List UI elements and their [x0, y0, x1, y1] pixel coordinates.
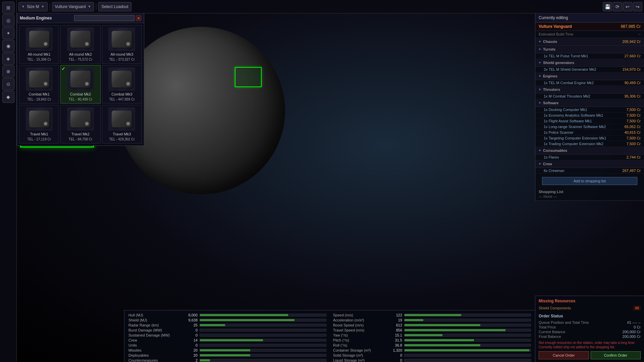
section-item-4-0: 1x M Combat Thrusters Mk295,306 Cr: [535, 94, 644, 99]
section-expand-icon-7[interactable]: +: [539, 162, 541, 166]
section-shield-generators[interactable]: +Shield generators: [535, 59, 644, 67]
stat-bar-container-2: [200, 324, 326, 326]
order-status-title: Order Status: [539, 314, 641, 318]
sidebar-icon-4[interactable]: ◈: [2, 53, 14, 65]
stat-bar-1: [200, 319, 294, 321]
item-cost-3-0: 90,499 Cr: [625, 81, 641, 85]
stat-row-1: Shield (MJ)9,638: [128, 318, 326, 322]
stat-label-8: Solid Storage (m³): [333, 353, 387, 357]
section-item-5-3: 1x Long-range Scanner Software Mk265,052…: [535, 124, 644, 130]
stat-label-8: Deployables: [128, 353, 182, 357]
bottom-stats-panel: Hull (MJ)8,000Shield (MJ)9,638Radar Rang…: [124, 310, 535, 362]
item-cost-6-0: 2,744 Cr: [627, 155, 641, 159]
section-chassis[interactable]: +Chassis205,942 Cr: [535, 38, 644, 46]
engine-item-allround1[interactable]: All-round Mk1TEL - 15,396 Cr: [19, 25, 59, 64]
engine-price-allround1: TEL - 15,396 Cr: [27, 58, 51, 61]
engine-grid: All-round Mk1TEL - 15,396 CrAll-round Mk…: [17, 23, 144, 145]
item-name-4-0: 1x M Combat Thrusters Mk2: [544, 94, 625, 98]
sidebar-icon-1[interactable]: ◎: [2, 14, 14, 26]
engine-panel-close-button[interactable]: ✕: [136, 15, 141, 21]
section-thrusters[interactable]: +Thrusters: [535, 86, 644, 94]
engine-price-travel3: TEL - 429,302 Cr: [109, 137, 135, 141]
stat-bar-2: [200, 324, 225, 326]
cancel-order-button[interactable]: Cancel Order: [539, 351, 589, 359]
stat-bar-5: [405, 339, 474, 341]
sidebar-icon-0[interactable]: ⊞: [2, 2, 14, 14]
section-consumables[interactable]: +Consumables: [535, 147, 644, 155]
section-expand-icon-6[interactable]: +: [539, 148, 541, 153]
estimated-build-time-row: Estimated Build Time --: [535, 31, 644, 38]
loadout-label: Select Loadout: [101, 4, 128, 9]
sidebar-icon-7[interactable]: ◆: [2, 91, 14, 103]
stat-bar-container-3: [404, 329, 531, 331]
engine-icon-combat1: [26, 67, 53, 91]
engine-item-allround2[interactable]: All-round Mk2TEL - 75,572 Cr: [60, 25, 100, 64]
sidebar-icon-2[interactable]: ✦: [2, 27, 14, 39]
item-name-2-0: 2x TEL M Shield Generator Mk2: [544, 67, 623, 71]
engine-item-travel2[interactable]: Travel Mk2TEL - 84,758 Cr: [60, 105, 100, 143]
engine-price-combat1: TEL - 18,842 Cr: [27, 98, 51, 101]
sidebar-icon-3[interactable]: ◉: [2, 40, 14, 52]
section-turrets[interactable]: +Turrets: [535, 46, 644, 53]
item-cost-4-0: 95,306 Cr: [625, 94, 641, 98]
redo-button[interactable]: ↪: [633, 2, 642, 11]
engine-icon-travel2: [67, 107, 94, 131]
section-label-7: Crew: [543, 162, 641, 166]
category-dropdown[interactable]: ▼ Size M ▼: [18, 2, 48, 11]
engine-item-combat3[interactable]: Combat Mk3TEL - 447,959 Cr: [102, 65, 142, 104]
section-expand-icon-0[interactable]: +: [539, 39, 541, 44]
section-software[interactable]: +Software: [535, 99, 644, 107]
missing-item-name-0: Shield Components: [539, 306, 571, 310]
section-label-0: Chassis: [543, 40, 623, 44]
sidebar-icon-6[interactable]: ⊙: [2, 78, 14, 90]
stat-bar-0: [200, 314, 288, 316]
engine-price-allround2: TEL - 75,572 Cr: [69, 58, 93, 61]
add-to-shopping-list-button[interactable]: Add to shopping list: [542, 177, 637, 185]
stat-row-5: Pitch (°/s)31.5: [333, 338, 531, 342]
shopping-list-none: — None —: [539, 194, 641, 199]
size-label: Size M: [27, 4, 39, 9]
section-label-3: Engines: [543, 74, 641, 78]
stat-label-1: Shield (MJ): [128, 318, 182, 322]
undo-button[interactable]: ↩: [623, 2, 632, 11]
ship-name-dropdown[interactable]: Vulture Vanguard ▼: [52, 2, 94, 11]
reload-button[interactable]: ⟳: [613, 2, 622, 11]
section-expand-icon-5[interactable]: +: [539, 101, 541, 105]
section-expand-icon-1[interactable]: +: [539, 47, 541, 52]
section-expand-icon-2[interactable]: +: [539, 60, 541, 65]
section-expand-icon-3[interactable]: +: [539, 74, 541, 78]
section-label-2: Shield generators: [543, 61, 641, 65]
engine-item-allround3[interactable]: All-round Mk3TEL - 373,327 Cr: [102, 25, 142, 64]
stats-right-column: Speed (m/s)122Acceleration (m/s²)19Boost…: [333, 313, 531, 362]
total-price-row: Total Price 0 Cr: [539, 325, 641, 329]
stat-row-6: Roll (°/s)36.8: [333, 343, 531, 347]
stat-value-1: 9,638: [184, 318, 198, 322]
section-expand-icon-4[interactable]: +: [539, 87, 541, 92]
queue-value: #1 ---- --: [627, 320, 641, 324]
loadout-dropdown[interactable]: Select Loadout: [98, 2, 131, 11]
engine-item-travel1[interactable]: Travel Mk1TEL - 17,119 Cr: [19, 105, 59, 143]
section-item-5-5: 1x Targeting Computer Extension Mk17,500…: [535, 135, 644, 141]
section-crew[interactable]: +Crew: [535, 160, 644, 168]
sidebar-icon-5[interactable]: ⊗: [2, 65, 14, 77]
confirm-order-button[interactable]: Confirm Order: [591, 351, 641, 359]
stat-row-0: Speed (m/s)122: [333, 313, 531, 317]
save-button[interactable]: 💾: [603, 2, 612, 11]
toolbar-separator-2: [96, 3, 96, 10]
section-engines[interactable]: +Engines: [535, 72, 644, 80]
engine-item-combat1[interactable]: Combat Mk1TEL - 18,842 Cr: [19, 65, 59, 104]
section-item-5-2: 1x Flight Assist Software Mk17,500 Cr: [535, 118, 644, 124]
stat-value-6: 36.8: [389, 343, 402, 347]
engine-name-allround1: All-round Mk1: [28, 52, 51, 56]
engine-icon-allround1: [26, 27, 53, 51]
engine-panel-title: Medium Engines: [20, 16, 52, 20]
item-name-5-5: 1x Targeting Computer Extension Mk1: [544, 136, 627, 140]
item-cost-5-0: 7,500 Cr: [627, 108, 641, 112]
category-chevron-icon: ▼: [21, 5, 25, 8]
engine-icon-travel3: [108, 107, 135, 131]
engine-item-travel3[interactable]: Travel Mk3TEL - 429,302 Cr: [102, 105, 142, 143]
item-cost-1-0: 27,660 Cr: [625, 54, 641, 58]
engine-item-combat2[interactable]: Combat Mk2TEL - 90,499 Cr: [60, 65, 100, 104]
section-item-5-6: 1x Trading Computer Extension Mk27,500 C…: [535, 141, 644, 147]
engine-search-input[interactable]: [74, 15, 135, 21]
